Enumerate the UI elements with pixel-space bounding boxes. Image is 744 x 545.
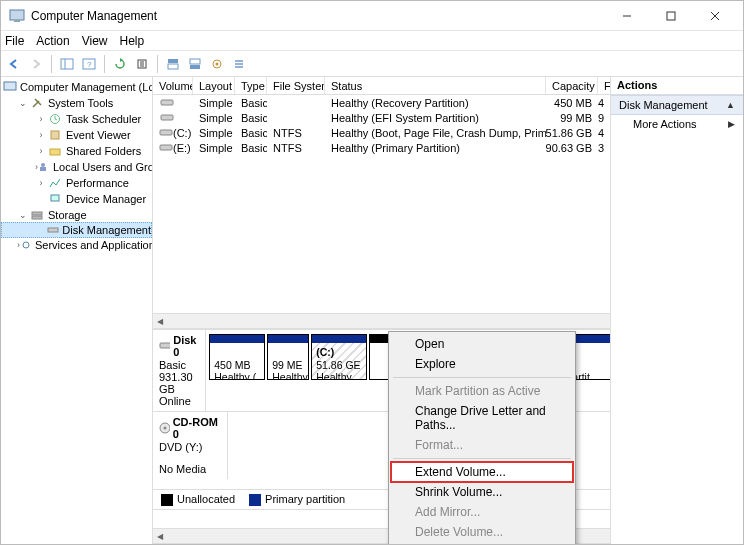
partition-status: Healthy (	[214, 371, 260, 380]
svg-rect-26	[48, 228, 58, 232]
menu-mark-active[interactable]: Mark Partition as Active	[391, 381, 573, 401]
expand-icon[interactable]: ›	[35, 114, 47, 124]
horizontal-scrollbar[interactable]: ◀▶	[153, 313, 610, 329]
partition[interactable]: (C:) 51.86 GE Healthy	[311, 334, 367, 380]
tree-item-label: Task Scheduler	[66, 113, 141, 125]
menu-format[interactable]: Format...	[391, 435, 573, 455]
svg-rect-14	[190, 65, 200, 69]
menu-help[interactable]: Help	[120, 34, 145, 48]
toolbar-show-hide-tree-button[interactable]	[58, 55, 76, 73]
toolbar-view-top-button[interactable]	[164, 55, 182, 73]
svg-rect-13	[190, 59, 200, 64]
volume-row[interactable]: SimpleBasicHealthy (Recovery Partition)4…	[153, 95, 610, 110]
expand-icon[interactable]: ›	[35, 146, 47, 156]
window-close-button[interactable]	[693, 2, 737, 30]
svg-rect-30	[160, 130, 172, 135]
actions-more-label: More Actions	[633, 118, 697, 130]
menu-explore[interactable]: Explore	[391, 354, 573, 374]
gear-icon	[20, 238, 32, 252]
partition-letter: (C:)	[316, 346, 334, 358]
tree-root[interactable]: Computer Management (Local	[1, 79, 152, 95]
volume-list[interactable]: SimpleBasicHealthy (Recovery Partition)4…	[153, 95, 610, 295]
toolbar-refresh-button[interactable]	[111, 55, 129, 73]
svg-point-16	[216, 62, 219, 65]
volume-list-header: Volume Layout Type File System Status Ca…	[153, 77, 610, 95]
tree-device-manager[interactable]: ·Device Manager	[1, 191, 152, 207]
volume-row[interactable]: (E:)SimpleBasicNTFSHealthy (Primary Part…	[153, 140, 610, 155]
expand-icon[interactable]: ⌄	[17, 98, 29, 108]
toolbar-view-bottom-button[interactable]	[186, 55, 204, 73]
tree-root-label: Computer Management (Local	[20, 81, 153, 93]
column-volume[interactable]: Volume	[153, 77, 193, 94]
volume-free: 4	[598, 125, 610, 140]
partition-size: 99 ME	[272, 359, 304, 372]
computer-icon	[3, 80, 17, 94]
actions-more-actions[interactable]: More Actions ▶	[611, 115, 743, 133]
menu-open[interactable]: Open	[391, 334, 573, 354]
column-status[interactable]: Status	[325, 77, 546, 94]
volume-row[interactable]: (C:)SimpleBasicNTFSHealthy (Boot, Page F…	[153, 125, 610, 140]
tree-system-tools[interactable]: ⌄ System Tools	[1, 95, 152, 111]
tree-performance[interactable]: ›Performance	[1, 175, 152, 191]
column-filesystem[interactable]: File System	[267, 77, 325, 94]
tree-disk-management[interactable]: ·Disk Management	[1, 222, 152, 238]
volume-status: Healthy (Recovery Partition)	[325, 95, 546, 110]
svg-rect-17	[4, 82, 16, 90]
volume-type: Basic	[235, 140, 267, 155]
partition[interactable]: 99 ME Healthy	[267, 334, 309, 380]
disk-size: 931.30 GB	[159, 371, 199, 395]
expand-icon[interactable]: ⌄	[17, 210, 29, 220]
menu-action[interactable]: Action	[36, 34, 69, 48]
volume-free: 4	[598, 95, 610, 110]
drive-icon	[159, 128, 173, 138]
column-capacity[interactable]: Capacity	[546, 77, 598, 94]
drive-icon	[159, 98, 175, 108]
disk-kind: DVD (Y:)	[159, 441, 221, 453]
toolbar-export-button[interactable]	[133, 55, 151, 73]
expand-icon[interactable]: ›	[35, 178, 47, 188]
disk-label[interactable]: CD-ROM 0 DVD (Y:) No Media	[153, 412, 228, 479]
tree-services-apps[interactable]: › Services and Applications	[1, 237, 152, 253]
volume-row[interactable]: SimpleBasicHealthy (EFI System Partition…	[153, 110, 610, 125]
volume-layout: Simple	[193, 140, 235, 155]
tree-event-viewer[interactable]: ›Event Viewer	[1, 127, 152, 143]
toolbar-settings-button[interactable]	[208, 55, 226, 73]
disk-name: CD-ROM 0	[173, 416, 221, 440]
expand-icon[interactable]: ›	[35, 130, 47, 140]
nav-back-button[interactable]	[5, 55, 23, 73]
menu-view[interactable]: View	[82, 34, 108, 48]
menu-delete-volume[interactable]: Delete Volume...	[391, 522, 573, 542]
column-layout[interactable]: Layout	[193, 77, 235, 94]
disk-label[interactable]: Disk 0 Basic 931.30 GB Online	[153, 330, 206, 411]
disk-name: Disk 0	[173, 334, 199, 358]
tree-shared-folders[interactable]: ›Shared Folders	[1, 143, 152, 159]
svg-point-34	[164, 426, 167, 429]
actions-section[interactable]: Disk Management ▲	[611, 95, 743, 115]
toolbar-list-button[interactable]	[230, 55, 248, 73]
scope-tree: Computer Management (Local ⌄ System Tool…	[1, 77, 152, 253]
menu-change-drive-letter[interactable]: Change Drive Letter and Paths...	[391, 401, 573, 435]
menu-add-mirror[interactable]: Add Mirror...	[391, 502, 573, 522]
tree-local-users[interactable]: ›Local Users and Groups	[1, 159, 152, 175]
collapse-icon: ▲	[726, 100, 735, 110]
submenu-icon: ▶	[728, 119, 735, 129]
menu-extend-volume[interactable]: Extend Volume...	[391, 462, 573, 482]
window-minimize-button[interactable]	[605, 2, 649, 30]
partition[interactable]: 450 MB Healthy (	[209, 334, 265, 380]
svg-rect-25	[32, 216, 42, 219]
menu-shrink-volume[interactable]: Shrink Volume...	[391, 482, 573, 502]
column-free[interactable]: F	[598, 77, 610, 94]
volume-status: Healthy (EFI System Partition)	[325, 110, 546, 125]
tree-task-scheduler[interactable]: ›Task Scheduler	[1, 111, 152, 127]
tree-storage[interactable]: ⌄ Storage	[1, 207, 152, 223]
legend-unallocated-label: Unallocated	[177, 493, 235, 505]
nav-forward-button[interactable]	[27, 55, 45, 73]
column-type[interactable]: Type	[235, 77, 267, 94]
tree-item-label: Performance	[66, 177, 129, 189]
toolbar-help-button[interactable]: ?	[80, 55, 98, 73]
folder-share-icon	[47, 144, 63, 158]
window-maximize-button[interactable]	[649, 2, 693, 30]
device-icon	[47, 192, 63, 206]
menu-file[interactable]: File	[5, 34, 24, 48]
volume-capacity: 450 MB	[546, 95, 598, 110]
